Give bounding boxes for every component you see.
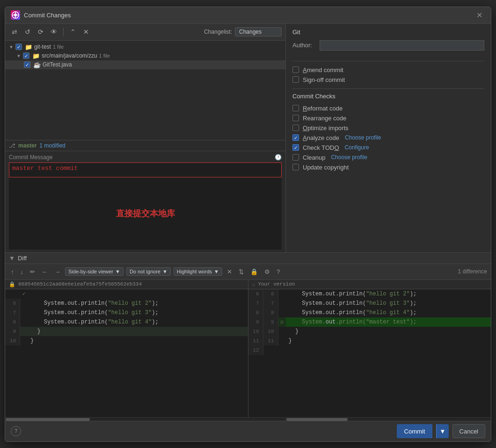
right-panel: Git Author: Amend commit Sign-off commit… [286, 24, 491, 252]
configure-link[interactable]: Configure [345, 144, 369, 151]
commit-message-label: Commit Message [9, 154, 52, 161]
chevron-icon: ▼ [9, 44, 14, 50]
tree-item-src[interactable]: ▼ 📁 src/main/java/com/zzu 1 file [5, 51, 285, 60]
diff-header: ▼ Diff [5, 253, 491, 264]
diff-line: 8 8 System.out.println("hello git 4"); [248, 308, 491, 317]
collapse-icon[interactable]: ✕ [80, 26, 92, 37]
refresh-icon[interactable]: ⟳ [35, 26, 46, 37]
bottom-bar: ? Commit ▼ Cancel [5, 421, 491, 441]
checkbox-optimize[interactable] [292, 125, 299, 131]
tree-checkbox-src[interactable] [23, 52, 29, 59]
commit-message-chinese: 直接提交本地库 [116, 208, 175, 219]
tree-checkbox-gitjava[interactable] [24, 61, 30, 68]
scrollbar-area [5, 417, 491, 421]
branch-bar: ⎇ master 1 modified [5, 140, 285, 151]
line-checkbox[interactable]: ☑ [278, 317, 286, 327]
diff-line: 6 6 System.out.println("hello git 2"); [248, 289, 491, 299]
tree-item-gitjava[interactable]: ☕ GitTest.java [5, 60, 285, 69]
undo-icon[interactable]: ↺ [22, 26, 33, 37]
checkbox-copyright[interactable] [292, 164, 299, 170]
diff-line: 8 System.out.println("hello git 4"); [5, 317, 248, 327]
right-scrollbar [286, 418, 491, 421]
expand-icon[interactable]: ⌃ [67, 26, 79, 37]
check-label-rearrange: Rearrange code [303, 115, 346, 122]
highlight-label: Highlight words [177, 269, 212, 274]
left-scrollbar [5, 418, 286, 421]
close-diff-icon[interactable]: ✕ [225, 267, 234, 276]
java-file-icon: ☕ [33, 61, 41, 68]
checkbox-analyze[interactable] [292, 134, 299, 141]
line-num: 10 [5, 336, 20, 345]
line-num: 7 [5, 308, 20, 317]
line-content: System.out.println("hello git 4"); [286, 308, 491, 317]
sync-icon[interactable]: ⇅ [237, 267, 246, 276]
checkbox-cleanup[interactable] [292, 154, 299, 161]
check-label-reformat: Reformat code [303, 105, 343, 112]
lock-icon[interactable]: 🔒 [248, 267, 260, 276]
check-label-optimize: Optimize imports [303, 125, 349, 132]
tree-item-git-test[interactable]: ▼ 📁 git-test 1 file [5, 43, 285, 51]
check-label-copyright: Update copyright [303, 164, 349, 171]
diff-viewer-container: 🔒 868545651c2aa08e6e1eafe5a75fe585562eb3… [5, 280, 491, 421]
line-content: } [28, 336, 248, 345]
ignore-dropdown[interactable]: Do not ignore ▼ [126, 267, 171, 276]
line-content: } [286, 336, 491, 345]
author-input[interactable] [320, 40, 484, 51]
move-icon[interactable]: ⇄ [9, 26, 20, 37]
highlight-dropdown[interactable]: Highlight words ▼ [174, 267, 222, 276]
tree-checkbox-git-test[interactable] [15, 44, 22, 50]
diff-line-added: 9 9 ☑ System.out.println("master test"); [248, 317, 491, 327]
left-scrollbar-thumb[interactable] [6, 418, 90, 421]
author-label: Author: [292, 42, 316, 49]
diff-right-panel: ☑ Your version 6 6 System.out.println("h… [248, 280, 491, 417]
line-num: 9 [5, 327, 20, 336]
edit-icon[interactable]: ✏ [28, 267, 37, 276]
help-button[interactable]: ? [11, 426, 21, 436]
line-content: System.out.println("master test"); [286, 317, 491, 327]
checkbox-signoff[interactable] [292, 76, 299, 83]
right-scrollbar-thumb[interactable] [286, 418, 348, 421]
diff-left-header: 🔒 868545651c2aa08e6e1eafe5a75fe585562eb3… [5, 280, 248, 289]
section-divider-2 [292, 88, 484, 89]
checkbox-checktodo[interactable] [292, 144, 299, 151]
cancel-button[interactable]: Cancel [452, 424, 485, 438]
commit-message-input[interactable]: master test commit [9, 162, 282, 177]
commit-checks-title: Commit Checks [292, 93, 484, 100]
history-icon[interactable]: 🕐 [275, 154, 282, 161]
checkbox-rearrange[interactable] [292, 115, 299, 121]
diff-left-panel: 🔒 868545651c2aa08e6e1eafe5a75fe585562eb3… [5, 280, 248, 417]
diff-toolbar: ↑ ↓ ✏ ← → Side-by-side viewer ▼ Do not i… [5, 264, 491, 280]
settings-icon[interactable]: ⚙ [263, 267, 272, 276]
tree-label: src/main/java/com/zzu [42, 52, 97, 59]
check-label-cleanup: Cleanup [303, 154, 325, 161]
line-num: 10 [248, 327, 263, 336]
eye-icon[interactable]: 👁 [48, 26, 59, 37]
folder-icon: 📁 [25, 44, 32, 51]
commit-button[interactable]: Commit [397, 424, 433, 438]
checkbox-reformat[interactable] [292, 105, 299, 111]
cleanup-choose-profile-link[interactable]: Choose profile [331, 154, 367, 161]
commit-arrow-button[interactable]: ▼ [436, 424, 448, 438]
line-num: 6 [248, 289, 263, 299]
tree-label: GitTest.java [43, 61, 72, 68]
line-content: System.out.println("hello git 3"); [286, 299, 491, 308]
analyze-choose-profile-link[interactable]: Choose profile [345, 134, 381, 141]
diff-chevron-icon[interactable]: ▼ [9, 255, 15, 262]
prev-change-icon[interactable]: ← [40, 267, 50, 276]
scroll-up-icon[interactable]: ↑ [9, 267, 16, 276]
changelist-select[interactable]: Changes [235, 27, 282, 37]
line-num-new: 10 [263, 327, 278, 336]
checkbox-amend[interactable] [292, 66, 299, 73]
changelist-label: Changelist: [204, 29, 232, 35]
help-diff-icon[interactable]: ? [275, 267, 282, 276]
svg-point-1 [14, 14, 17, 16]
close-button[interactable]: ✕ [474, 10, 485, 21]
folder-icon: 📁 [32, 52, 40, 59]
diff-right-lines: 6 6 System.out.println("hello git 2"); 7… [248, 289, 491, 417]
next-change-icon[interactable]: → [52, 267, 62, 276]
line-num: 7 [248, 299, 263, 308]
viewer-dropdown[interactable]: Side-by-side viewer ▼ [65, 267, 124, 276]
diff-viewer: 🔒 868545651c2aa08e6e1eafe5a75fe585562eb3… [5, 280, 491, 417]
scroll-down-icon[interactable]: ↓ [19, 267, 26, 276]
branch-name: master [18, 142, 36, 149]
